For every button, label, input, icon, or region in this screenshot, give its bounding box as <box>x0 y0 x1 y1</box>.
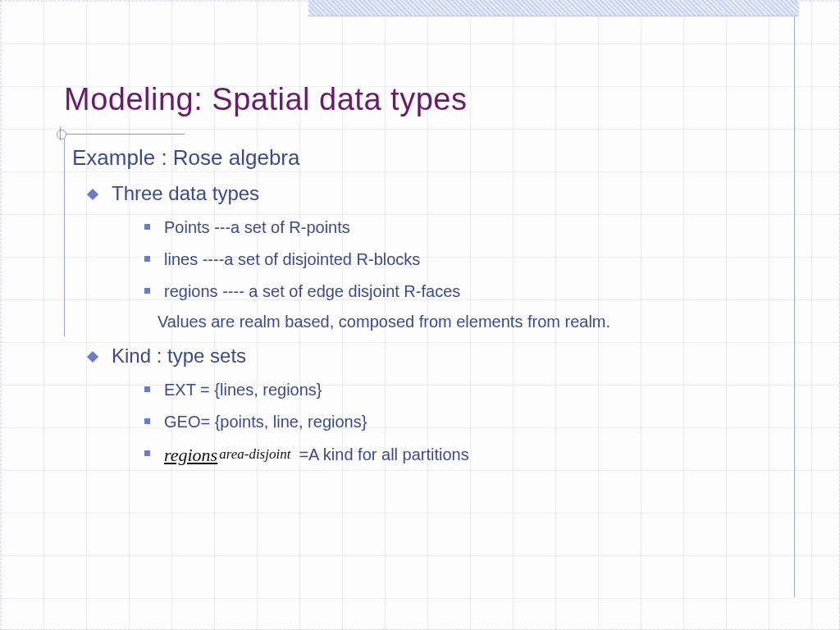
slide-content: Modeling: Spatial data types Example : R… <box>64 82 791 477</box>
section1-note: Values are realm based, composed from el… <box>158 313 791 331</box>
list-item: regions ---- a set of edge disjoint R-fa… <box>144 281 791 303</box>
right-margin-line <box>794 16 795 597</box>
slide-title: Modeling: Spatial data types <box>64 82 791 117</box>
top-decorative-bar <box>308 0 799 16</box>
section1-heading: Three data types Points ---a set of R-po… <box>89 182 791 331</box>
list-item: EXT = {lines, regions} <box>144 379 791 401</box>
bullet-list-level1: Three data types Points ---a set of R-po… <box>89 182 791 468</box>
section1-items: Points ---a set of R-points lines ----a … <box>144 217 791 303</box>
section2-heading: Kind : type sets EXT = {lines, regions} … <box>89 345 791 468</box>
list-item: regionsarea-disjoint =A kind for all par… <box>144 443 791 468</box>
list-item: lines ----a set of disjointed R-blocks <box>144 249 791 271</box>
section2-heading-text: Kind : type sets <box>112 345 246 367</box>
formula-superscript: area-disjoint <box>219 445 290 464</box>
slide-subtitle: Example : Rose algebra <box>72 145 791 171</box>
formula-rest: =A kind for all partitions <box>299 444 468 466</box>
section2-items: EXT = {lines, regions} GEO= {points, lin… <box>144 379 791 468</box>
section1-heading-text: Three data types <box>112 182 259 204</box>
formula-base: regions <box>164 443 217 468</box>
list-item: GEO= {points, line, regions} <box>144 411 791 433</box>
list-item: Points ---a set of R-points <box>144 217 791 239</box>
